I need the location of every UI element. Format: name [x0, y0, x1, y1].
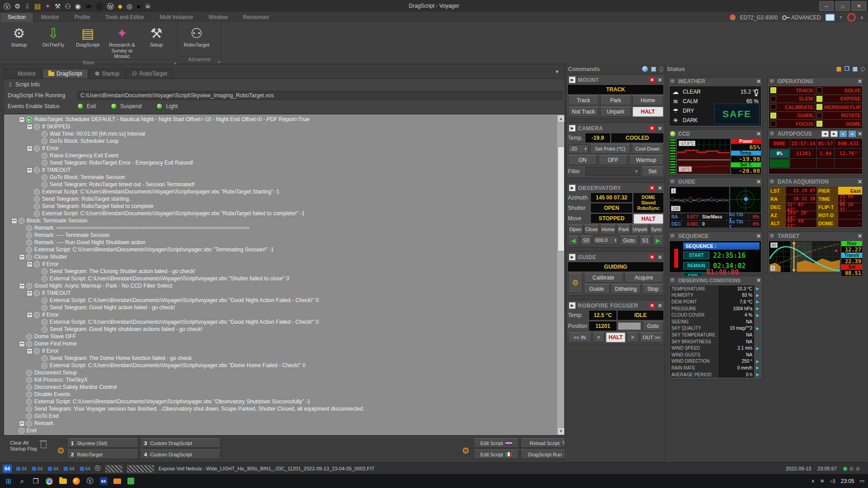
- guide-stop-button[interactable]: Stop: [642, 284, 663, 294]
- toolbar-icon[interactable]: Ⓦ: [107, 3, 114, 9]
- rotate-right-button[interactable]: ▶: [652, 236, 663, 246]
- focuser-in-button[interactable]: << IN: [568, 332, 591, 342]
- dome-halt-button[interactable]: HALT: [633, 214, 663, 224]
- tree-scrollbar[interactable]: ▲ ▼: [557, 115, 564, 435]
- tree-row[interactable]: If SKIPPED: [5, 123, 557, 130]
- menu-tab[interactable]: Tools and Editor: [98, 12, 152, 22]
- unpark-button[interactable]: Unpark: [600, 107, 631, 117]
- collapse-icon[interactable]: ▶: [569, 125, 576, 132]
- collapse-icon[interactable]: ▶: [569, 254, 576, 261]
- calibrate-button[interactable]: Calibrate: [584, 273, 623, 283]
- tree-row[interactable]: Send Telegram: Good Night shutdown actio…: [5, 326, 557, 333]
- position-input[interactable]: [618, 322, 641, 330]
- doc-tab[interactable]: ⚙ Startup: [89, 69, 125, 78]
- scrollbar-thumb[interactable]: [558, 147, 564, 251]
- expand-box-icon[interactable]: [19, 341, 25, 347]
- monitor-icon[interactable]: [826, 14, 835, 21]
- warmup-button[interactable]: Warmup: [629, 155, 663, 165]
- toolbar-icon[interactable]: ✦: [45, 3, 51, 9]
- tree-row[interactable]: Wait Time: 00:01:00 [hh:mm:ss] Interval: [5, 130, 557, 137]
- guide-button[interactable]: Guide: [584, 284, 610, 294]
- toolbar-icon[interactable]: Ⓥ: [4, 3, 10, 9]
- script-slot-button[interactable]: 3 Custom DragScript: [140, 438, 221, 448]
- tree-row[interactable]: If TIMEOUT: [5, 289, 557, 297]
- expand-box-icon[interactable]: [19, 254, 25, 260]
- focuser-step-out-button[interactable]: >: [627, 332, 638, 342]
- panel-x-icon[interactable]: ✕: [756, 233, 761, 239]
- doc-tab[interactable]: Monitor: [4, 69, 42, 78]
- tree-row[interactable]: Remark: ---- Terminate Session: [5, 232, 557, 239]
- panel-x-icon[interactable]: ✕: [657, 303, 662, 309]
- tree-row[interactable]: External Script: C:\Users\Brendan\Docume…: [5, 398, 557, 405]
- toolbar-icon[interactable]: ⇩: [24, 3, 30, 9]
- tree-row[interactable]: External Script: C:\Users\Brendan\Docume…: [5, 318, 557, 326]
- expand-box-icon[interactable]: [19, 421, 25, 426]
- script-slot-button[interactable]: 2 RoboTarget: [67, 450, 138, 459]
- monitor-config-icon[interactable]: ❐: [845, 66, 849, 72]
- tree-row[interactable]: Send Telegram: RoboTarget starting.: [5, 195, 557, 203]
- layout-icon[interactable]: ▦: [853, 66, 858, 72]
- tree-row[interactable]: External Script: C:\Users\Brendan\Docume…: [5, 210, 557, 217]
- script-slot-button[interactable]: 1 Skyview (Std): [67, 438, 138, 448]
- expand-box-icon[interactable]: [27, 348, 33, 354]
- home-button[interactable]: Home: [633, 95, 663, 105]
- cool-down-button[interactable]: Cool Down: [632, 144, 663, 154]
- taskbar-icon[interactable]: [70, 475, 83, 487]
- panel-close-icon[interactable]: ✕: [649, 303, 655, 308]
- tree-row[interactable]: External Script: C:\Users\Brendan\Docume…: [5, 275, 557, 282]
- layout-icon[interactable]: ▦: [651, 66, 656, 72]
- tree-row[interactable]: If Error: [5, 347, 557, 355]
- tree-row[interactable]: Kill Process: TheSkyX: [5, 376, 557, 384]
- tree-row[interactable]: External Script: C:\Users\Brendan\Docume…: [5, 362, 557, 369]
- toolbar-icon[interactable]: Ⓥ: [96, 3, 103, 9]
- toolbar-icon[interactable]: ⚒: [55, 3, 61, 9]
- taskbar-icon[interactable]: ⊞: [2, 475, 15, 487]
- collapse-icon[interactable]: ▶: [569, 302, 576, 309]
- panel-x-icon[interactable]: ✕: [657, 125, 662, 132]
- taskbar-icon[interactable]: ⌕: [15, 475, 29, 487]
- tree-row[interactable]: Good Night: Async Warmup - Park - No CCD…: [5, 282, 557, 289]
- tree-row[interactable]: Remark: ================================…: [5, 224, 557, 232]
- clear-all-startup-flag-button[interactable]: Clear AllStartup Flag: [10, 440, 47, 452]
- expand-box-icon[interactable]: [19, 283, 25, 289]
- tree-row[interactable]: Send Telegram: Your Voyager session has …: [5, 405, 557, 412]
- tree-row[interactable]: Send Telegram: RoboTarget timed out - Se…: [5, 181, 557, 188]
- taskbar-icon[interactable]: ❐: [29, 475, 42, 487]
- panel-x-icon[interactable]: ✕: [756, 277, 761, 284]
- af-up-icon[interactable]: ▲: [840, 131, 847, 137]
- panel-x-icon[interactable]: ✕: [756, 179, 761, 185]
- park-button[interactable]: Park: [600, 95, 631, 105]
- edit-gear-icon[interactable]: ⚙: [462, 445, 469, 456]
- tree-row[interactable]: External Script: C:\Users\Brendan\Docume…: [5, 188, 557, 195]
- acquire-button[interactable]: Acquire: [624, 273, 664, 283]
- panel-x-icon[interactable]: ✕: [657, 77, 662, 83]
- tree-row[interactable]: Remark: [5, 420, 557, 427]
- doc-tab[interactable]: DragScript: [42, 69, 88, 78]
- tree-row[interactable]: Send Telegram: The Closing Shutter actio…: [5, 268, 557, 275]
- tree-row[interactable]: Disable Events: [5, 391, 557, 398]
- ribbon-item[interactable]: ✦ Research & Survey or Mosaic: [106, 24, 138, 59]
- mount-halt-button[interactable]: HALT: [633, 107, 663, 117]
- af-up2-icon[interactable]: ▲: [849, 131, 856, 137]
- filter-set-button[interactable]: Set: [642, 166, 663, 176]
- panel-close-icon[interactable]: ✕: [649, 185, 655, 191]
- azimuth-stepper[interactable]: 000.0▲▼: [593, 236, 619, 245]
- s0-button[interactable]: S0: [580, 236, 592, 246]
- dithering-button[interactable]: Dithering: [611, 284, 641, 294]
- tree-row[interactable]: Send Telegram: RoboTarget Error - Emerge…: [5, 159, 557, 166]
- ribbon-item[interactable]: ⚇ RoboTarget: [180, 24, 213, 48]
- taskbar-icon[interactable]: [42, 475, 56, 487]
- af-prev-icon[interactable]: ◀: [821, 131, 829, 137]
- tree-row[interactable]: Send Telegram: Good Night action failed …: [5, 304, 557, 311]
- file-path-field[interactable]: C:\Users\Brendan\Documents\Voyager\Scrip…: [77, 91, 563, 100]
- menu-tab[interactable]: Monitor: [33, 12, 67, 22]
- filter-dropdown[interactable]: ▼: [586, 167, 640, 176]
- tree-row[interactable]: Raise Emergency Exit Event: [5, 152, 557, 159]
- tree-row[interactable]: External Script: C:\Users\Brendan\Docume…: [5, 246, 557, 253]
- expand-box-icon[interactable]: [19, 117, 25, 123]
- tree-row[interactable]: End: [5, 427, 557, 434]
- panel-close-icon[interactable]: ✕: [649, 77, 655, 83]
- toolbar-icon[interactable]: ≫: [85, 3, 92, 9]
- expand-box-icon[interactable]: [27, 290, 33, 296]
- taskbar-clock[interactable]: 23:05: [841, 478, 854, 484]
